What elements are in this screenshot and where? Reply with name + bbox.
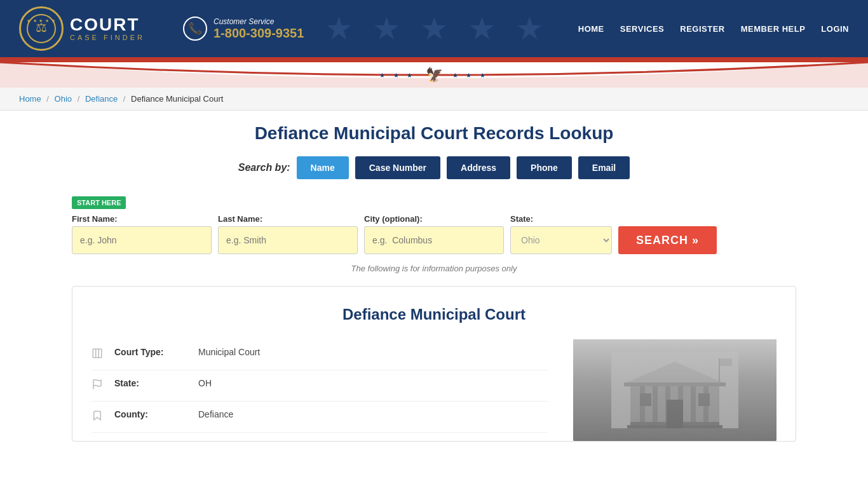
svg-text:★ ★ ★ ★ ★: ★ ★ ★ ★ ★: [27, 18, 57, 23]
bookmark-icon: [92, 410, 107, 424]
first-name-label: First Name:: [72, 214, 212, 224]
tab-name[interactable]: Name: [297, 156, 349, 179]
breadcrumb-sep-3: /: [123, 94, 126, 104]
nav-member-help[interactable]: MEMBER HELP: [741, 24, 806, 34]
last-name-group: Last Name:: [218, 214, 358, 254]
cs-label: Customer Service: [214, 17, 304, 26]
eagle-badge: ★ ★ ★ 🦅 ★ ★ ★: [379, 67, 489, 83]
logo-sub-label: CASE FINDER: [70, 34, 145, 41]
search-section: Search by: Name Case Number Address Phon…: [72, 156, 796, 179]
search-form: First Name: Last Name: City (optional): …: [72, 214, 796, 254]
logo-text: COURT CASE FINDER: [70, 16, 145, 41]
breadcrumb-sep-1: /: [46, 94, 49, 104]
breadcrumb-ohio[interactable]: Ohio: [55, 94, 72, 104]
nav-register[interactable]: REGISTER: [680, 24, 724, 34]
court-info-title: Defiance Municipal Court: [92, 306, 776, 323]
search-button[interactable]: SEARCH »: [618, 226, 717, 254]
page-title: Defiance Municipal Court Records Lookup: [72, 123, 796, 144]
phone-icon: 📞: [183, 17, 207, 41]
search-tabs-row: Search by: Name Case Number Address Phon…: [72, 156, 796, 179]
breadcrumb: Home / Ohio / Defiance / Defiance Munici…: [0, 88, 868, 111]
columns-icon: [92, 348, 107, 362]
court-building-image: [573, 339, 776, 441]
breadcrumb-current: Defiance Municipal Court: [131, 94, 223, 104]
cs-phone: 1-800-309-9351: [214, 26, 304, 41]
court-type-value: Municipal Court: [198, 347, 260, 357]
breadcrumb-sep-2: /: [78, 94, 80, 104]
state-select[interactable]: Ohio Alabama Alaska Arizona Arkansas Cal…: [510, 226, 612, 254]
svg-rect-21: [698, 393, 710, 406]
main-content: Defiance Municipal Court Records Lookup …: [53, 111, 815, 454]
detail-county: County: Defiance: [92, 402, 548, 433]
court-details: Court Type: Municipal Court State: OH: [92, 339, 776, 441]
customer-service-block: 📞 Customer Service 1-800-309-9351: [183, 17, 304, 41]
court-type-label: Court Type:: [114, 347, 191, 357]
site-logo[interactable]: ⚖ ★ ★ ★ ★ ★ COURT CASE FINDER: [19, 6, 145, 51]
site-header: ★ ★ ★ ★ ★ ⚖ ★ ★ ★ ★ ★ COURT CASE FINDER …: [0, 0, 868, 57]
logo-emblem: ⚖ ★ ★ ★ ★ ★: [19, 6, 64, 51]
county-value: Defiance: [198, 409, 233, 419]
last-name-input[interactable]: [218, 226, 358, 254]
breadcrumb-defiance[interactable]: Defiance: [85, 94, 118, 104]
svg-rect-3: [93, 349, 102, 358]
city-input[interactable]: [364, 226, 504, 254]
first-name-input[interactable]: [72, 226, 212, 254]
nav-login[interactable]: LOGIN: [821, 24, 849, 34]
court-details-left: Court Type: Municipal Court State: OH: [92, 339, 548, 441]
nav-services[interactable]: SERVICES: [620, 24, 665, 34]
search-form-area: START HERE First Name: Last Name: City (…: [72, 189, 796, 254]
info-note: The following is for information purpose…: [72, 264, 796, 273]
state-label: State:: [510, 214, 612, 224]
svg-rect-19: [667, 400, 683, 428]
main-nav: HOME SERVICES REGISTER MEMBER HELP LOGIN: [578, 24, 849, 34]
stars-left: ★ ★ ★: [379, 72, 416, 79]
detail-state: State: OH: [92, 370, 548, 402]
detail-court-type: Court Type: Municipal Court: [92, 339, 548, 370]
court-info-box: Defiance Municipal Court Court Type: Mun…: [72, 286, 796, 442]
flag-icon: [92, 379, 107, 393]
eagle-icon: 🦅: [426, 67, 443, 83]
eagle-banner: ★ ★ ★ 🦅 ★ ★ ★: [0, 62, 868, 88]
city-group: City (optional):: [364, 214, 504, 254]
tab-address[interactable]: Address: [447, 156, 510, 179]
svg-rect-23: [719, 358, 732, 366]
state-value: OH: [198, 378, 212, 388]
city-label: City (optional):: [364, 214, 504, 224]
first-name-group: First Name:: [72, 214, 212, 254]
tab-phone[interactable]: Phone: [517, 156, 572, 179]
county-label: County:: [114, 409, 191, 419]
logo-court-label: COURT: [70, 16, 145, 34]
state-label-detail: State:: [114, 378, 191, 388]
svg-rect-20: [640, 393, 651, 406]
start-here-badge: START HERE: [72, 196, 126, 209]
nav-home[interactable]: HOME: [578, 24, 604, 34]
stars-right: ★ ★ ★: [452, 72, 489, 79]
tab-email[interactable]: Email: [578, 156, 630, 179]
breadcrumb-home[interactable]: Home: [19, 94, 41, 104]
header-stars-decoration: ★ ★ ★ ★ ★: [307, 0, 561, 57]
svg-rect-16: [624, 383, 726, 386]
last-name-label: Last Name:: [218, 214, 358, 224]
red-accent-bar: [0, 57, 868, 62]
tab-case-number[interactable]: Case Number: [355, 156, 440, 179]
state-group: State: Ohio Alabama Alaska Arizona Arkan…: [510, 214, 612, 254]
search-by-label: Search by:: [238, 162, 290, 173]
